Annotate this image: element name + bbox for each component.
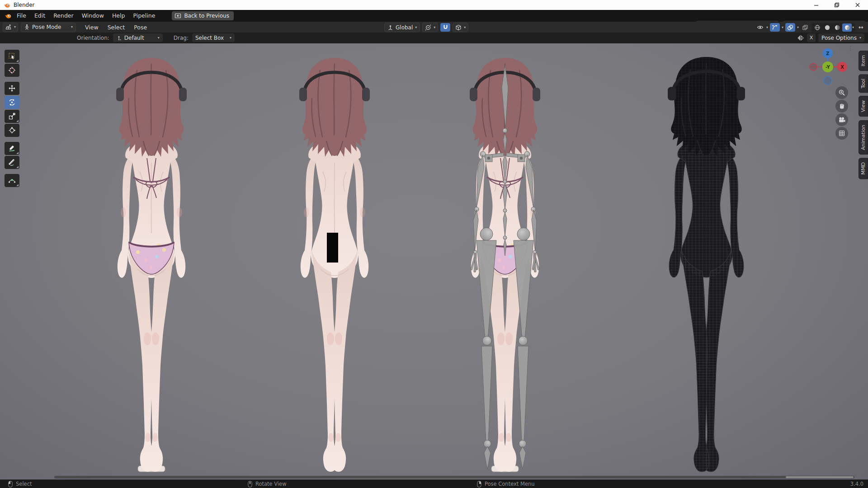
tab-animation[interactable]: Animation (859, 120, 868, 155)
chevron-down-icon[interactable]: ▾ (797, 26, 799, 29)
blender-app-icon[interactable] (5, 12, 12, 19)
tool-rotate[interactable] (5, 96, 19, 109)
editor-type-selector[interactable]: ▾ (3, 23, 18, 32)
keymap-pose-context-menu: Pose Context Menu (477, 480, 535, 488)
tool-transform[interactable] (5, 124, 19, 137)
3d-viewport[interactable]: Z -Y X ⋮ Item Tool View Animation MMD (0, 43, 868, 480)
tab-view[interactable]: View (859, 96, 868, 117)
menu-view[interactable]: View (80, 24, 103, 31)
back-to-previous-button[interactable]: Back to Previous (172, 11, 234, 20)
status-bar: Select Rotate View Pose Context Menu 3.4… (0, 479, 868, 488)
tool-pose-breakdowner[interactable] (5, 174, 19, 187)
panel-options-dots[interactable]: ⋮ (848, 45, 854, 52)
dashed-box-icon (9, 53, 14, 58)
shading-wireframe-button[interactable] (812, 23, 822, 32)
editor-3d-viewport-icon (5, 24, 12, 30)
snap-target-selector[interactable]: ▾ (453, 23, 468, 32)
tool-cursor[interactable] (5, 64, 19, 77)
blender-version: 3.4.0 (850, 481, 863, 487)
model-character-nude[interactable] (276, 44, 393, 478)
chevron-down-icon: ▾ (464, 26, 466, 29)
toggle-orthographic-button[interactable] (835, 127, 848, 140)
tool-annotate[interactable] (5, 142, 19, 155)
keymap-select-label: Select (16, 481, 32, 487)
navigation-gizmo[interactable]: Z -Y X (807, 47, 849, 89)
minimize-button[interactable] (806, 0, 826, 10)
keymap-rotate-view: Rotate View (248, 480, 287, 488)
keymap-select: Select (8, 480, 32, 488)
zoom-button[interactable] (835, 86, 848, 99)
camera-icon (838, 117, 846, 123)
tool-select-box[interactable] (5, 50, 19, 63)
xray-icon (802, 24, 808, 31)
rotate-icon (8, 99, 16, 106)
model-character-wireframe[interactable] (642, 43, 771, 478)
pan-button[interactable] (835, 100, 848, 113)
object-visibility-toggle[interactable] (755, 23, 764, 32)
show-overlays-toggle[interactable] (785, 23, 795, 32)
eye-icon (757, 24, 764, 30)
shading-solid-button[interactable] (822, 23, 832, 32)
tab-mmd[interactable]: MMD (859, 158, 868, 179)
scale-icon (8, 113, 16, 120)
camera-view-button[interactable] (835, 113, 848, 126)
show-gizmos-toggle[interactable] (770, 23, 780, 32)
menu-window[interactable]: Window (78, 10, 108, 22)
shading-material-button[interactable] (832, 23, 842, 32)
chevron-down-icon[interactable]: ▾ (782, 26, 783, 29)
keymap-pose-context-menu-label: Pose Context Menu (485, 481, 535, 487)
viewport-display-controls: ▾ ▾ ▾ (755, 23, 865, 32)
menu-file[interactable]: File (13, 10, 30, 22)
chevron-down-icon[interactable]: ▾ (766, 26, 768, 29)
breakdowner-icon (8, 177, 16, 184)
censor-bar (327, 233, 338, 263)
axis-neg-x-handle[interactable] (810, 63, 817, 70)
menu-help[interactable]: Help (108, 10, 129, 22)
chevron-down-icon: ▾ (158, 36, 160, 40)
tool-measure[interactable] (5, 156, 19, 169)
orientation-field-label: Orientation: (77, 35, 109, 41)
axis-neg-z-handle[interactable] (824, 76, 832, 84)
window-titlebar: Blender (0, 0, 868, 10)
shading-rendered-button[interactable] (842, 23, 852, 32)
solid-sphere-icon (824, 24, 830, 31)
tool-scale[interactable] (5, 110, 19, 123)
model-character-armature[interactable] (446, 44, 564, 478)
hand-icon (838, 103, 845, 110)
menu-pose[interactable]: Pose (129, 24, 151, 31)
gizmo-icon (772, 24, 778, 31)
mirror-x-toggle[interactable]: X (807, 33, 816, 42)
tab-tool[interactable]: Tool (859, 74, 868, 93)
transform-orientation-selector[interactable]: Global ▾ (384, 23, 420, 32)
rendered-sphere-icon (844, 24, 850, 31)
overlays-icon (787, 24, 793, 31)
orientation-dropdown[interactable]: Default ▾ (113, 33, 163, 42)
menu-pipeline[interactable]: Pipeline (129, 10, 159, 22)
restore-icon (834, 2, 840, 8)
axis-x-label: X (840, 65, 844, 70)
region-overlap-icon[interactable]: ↔ (857, 24, 865, 31)
mirror-icon (797, 35, 804, 41)
close-button[interactable] (847, 0, 868, 10)
model-character-textured[interactable] (93, 44, 210, 478)
pivot-point-selector[interactable]: ▾ (422, 23, 438, 32)
menu-render[interactable]: Render (49, 10, 78, 22)
menu-select[interactable]: Select (103, 24, 130, 31)
move-icon (8, 84, 16, 92)
toolbar (5, 50, 20, 188)
restore-button[interactable] (826, 0, 847, 10)
xray-toggle[interactable] (801, 23, 810, 32)
viewport-horizontal-scrollbar[interactable] (54, 476, 854, 479)
pose-options-dropdown[interactable]: Pose Options ▾ (818, 33, 864, 42)
chevron-down-icon[interactable]: ▾ (852, 26, 854, 29)
drag-dropdown[interactable]: Select Box ▾ (192, 33, 235, 42)
annotate-icon (8, 145, 16, 152)
axis-neg-y-label: -Y (826, 65, 830, 70)
mode-selector[interactable]: Pose Mode ▾ (21, 23, 76, 32)
menu-edit[interactable]: Edit (30, 10, 49, 22)
tab-item[interactable]: Item (859, 51, 868, 71)
tool-move[interactable] (5, 82, 19, 95)
magnet-icon (443, 24, 448, 30)
left-mouse-icon (8, 481, 13, 488)
snap-toggle[interactable] (440, 23, 450, 32)
